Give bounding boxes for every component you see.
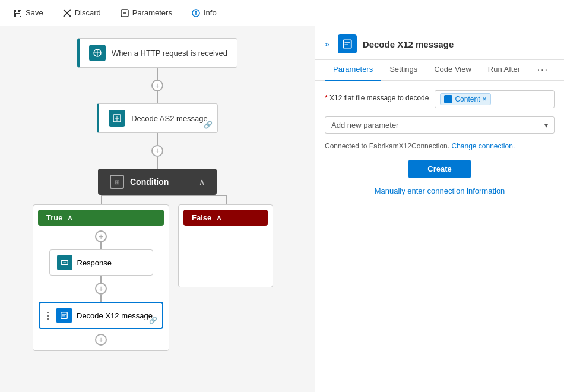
add-btn-decode[interactable]: +	[95, 283, 107, 295]
token-icon	[444, 95, 452, 103]
tab-run-after[interactable]: Run After	[480, 60, 528, 81]
panel-tabs: Parameters Settings Code View Run After …	[315, 60, 564, 81]
condition-chevron: ∧	[199, 177, 205, 186]
canvas: When a HTTP request is received + Decode…	[0, 26, 315, 392]
svg-rect-10	[343, 40, 351, 48]
line-2	[157, 133, 158, 145]
condition-label: Condition	[130, 177, 193, 186]
panel-header: » Decode X12 message	[315, 26, 564, 60]
connection-text: Connected to FabrikamX12Connection.	[325, 142, 449, 150]
x12-field-row: * X12 flat file message to decode Conten…	[325, 90, 555, 108]
save-button[interactable]: Save	[9, 6, 47, 20]
three-dots: ⋮	[43, 310, 53, 321]
panel-body: * X12 flat file message to decode Conten…	[315, 81, 564, 392]
main-layout: When a HTTP request is received + Decode…	[0, 26, 564, 392]
add-btn-bottom[interactable]: +	[95, 334, 107, 346]
panel-collapse-button[interactable]: »	[325, 39, 329, 49]
panel-node-icon	[338, 34, 357, 53]
info-icon	[191, 8, 201, 18]
more-dots: ···	[537, 65, 549, 75]
v-line-right	[226, 195, 227, 204]
tab-parameters[interactable]: Parameters	[325, 60, 381, 81]
panel-title: Decode X12 message	[363, 39, 454, 49]
false-branch-line	[169, 195, 282, 204]
decode-x12-label: Decode X12 message	[77, 311, 153, 320]
false-branch-container: False ∧	[169, 195, 282, 287]
true-branch-container: True ∧ + Response	[33, 195, 169, 351]
response-label: Response	[77, 258, 112, 267]
branch-area: True ∧ + Response	[33, 195, 282, 351]
v-line-decode2	[100, 295, 102, 302]
decode-as2-label: Decode AS2 message	[131, 114, 208, 123]
response-node[interactable]: Response	[49, 249, 153, 276]
false-branch: False ∧	[178, 204, 273, 287]
svg-point-6	[195, 11, 196, 11]
add-btn-true[interactable]: +	[95, 230, 107, 242]
true-branch-line	[33, 195, 169, 204]
response-icon	[57, 255, 72, 270]
right-panel: » Decode X12 message Parameters Settings…	[315, 26, 564, 392]
v-line-decode	[100, 276, 102, 283]
connector-2: +	[151, 133, 163, 169]
false-chevron: ∧	[216, 213, 222, 222]
add-param-placeholder: Add new parameter	[331, 121, 398, 129]
token-close-button[interactable]: ×	[482, 95, 486, 103]
change-connection-link[interactable]: Change connection.	[451, 142, 515, 150]
toolbar: Save Discard Parameters Info	[0, 0, 564, 26]
link-icon-1: 🔗	[204, 121, 213, 129]
dropdown-arrow: ▾	[544, 121, 548, 129]
add-btn-bottom-container: +	[38, 334, 164, 346]
add-param-row: Add new parameter ▾	[325, 116, 555, 134]
decode-as2-node[interactable]: Decode AS2 message 🔗	[97, 103, 218, 133]
h-line-left	[101, 195, 169, 196]
svg-rect-9	[61, 312, 68, 319]
x12-label-text: X12 flat file message to decode	[329, 94, 429, 102]
true-branch-inner: + Response +	[38, 230, 164, 329]
x12-field-label: * X12 flat file message to decode	[325, 90, 429, 102]
v-line-left	[101, 195, 102, 204]
tab-code-view[interactable]: Code View	[426, 60, 480, 81]
condition-icon: ⊞	[110, 175, 124, 189]
tab-settings[interactable]: Settings	[381, 60, 426, 81]
line-1	[157, 68, 158, 80]
http-icon	[89, 45, 106, 61]
line-1b	[157, 91, 158, 103]
link-icon-decode: 🔗	[149, 317, 157, 324]
required-marker: *	[325, 94, 328, 102]
http-node-label: When a HTTP request is received	[112, 49, 227, 58]
create-button[interactable]: Create	[408, 160, 470, 178]
decode-x12-icon	[56, 308, 72, 323]
add-btn-1[interactable]: +	[151, 80, 163, 91]
connection-info: Connected to FabrikamX12Connection. Chan…	[325, 142, 555, 150]
discard-button[interactable]: Discard	[59, 6, 104, 20]
tab-more-button[interactable]: ···	[531, 60, 555, 80]
true-branch-header[interactable]: True ∧	[38, 210, 164, 226]
false-branch-header[interactable]: False ∧	[183, 210, 268, 226]
v-line-response	[100, 242, 102, 249]
true-label: True	[46, 213, 62, 222]
h-line-right	[169, 195, 226, 196]
decode-x12-node[interactable]: ⋮ Decode X12 message 🔗	[39, 302, 163, 329]
true-chevron: ∧	[67, 213, 73, 222]
discard-icon	[62, 8, 72, 18]
true-branch: True ∧ + Response	[33, 204, 169, 351]
add-btn-2[interactable]: +	[151, 145, 163, 157]
connector-1: +	[151, 68, 163, 103]
flow-container: When a HTTP request is received + Decode…	[12, 38, 303, 351]
parameters-icon	[120, 8, 129, 18]
line-2b	[157, 157, 158, 169]
condition-node[interactable]: ⊞ Condition ∧	[98, 169, 217, 195]
manual-link[interactable]: Manually enter connection information	[325, 186, 555, 195]
decode-as2-icon	[109, 110, 125, 127]
content-token: Content ×	[440, 93, 490, 105]
info-button[interactable]: Info	[188, 6, 220, 20]
false-label: False	[192, 213, 211, 222]
http-request-node[interactable]: When a HTTP request is received	[77, 38, 237, 68]
save-icon	[13, 8, 23, 18]
x12-token-input[interactable]: Content ×	[435, 90, 555, 108]
parameters-button[interactable]: Parameters	[116, 6, 176, 20]
add-param-dropdown[interactable]: Add new parameter ▾	[325, 116, 555, 134]
token-label: Content	[455, 95, 480, 103]
